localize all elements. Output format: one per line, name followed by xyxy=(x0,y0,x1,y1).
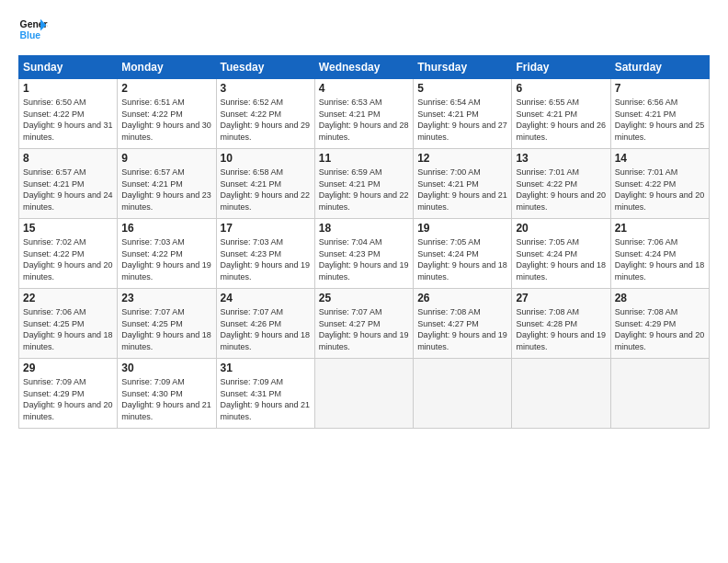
header-row: SundayMondayTuesdayWednesdayThursdayFrid… xyxy=(19,56,710,79)
day-info: Sunrise: 7:08 AMSunset: 4:29 PMDaylight:… xyxy=(615,307,705,351)
week-row-3: 15 Sunrise: 7:02 AMSunset: 4:22 PMDaylig… xyxy=(19,219,710,289)
day-cell-7: 7 Sunrise: 6:56 AMSunset: 4:21 PMDayligh… xyxy=(610,79,709,149)
day-info: Sunrise: 6:56 AMSunset: 4:21 PMDaylight:… xyxy=(615,98,705,142)
day-info: Sunrise: 7:04 AMSunset: 4:23 PMDaylight:… xyxy=(319,237,409,282)
day-cell-19: 19 Sunrise: 7:05 AMSunset: 4:24 PMDaylig… xyxy=(414,219,512,289)
col-header-monday: Monday xyxy=(118,56,216,79)
page: General Blue SundayMondayTuesdayWednesda… xyxy=(0,0,728,438)
day-number: 8 xyxy=(23,152,113,165)
day-info: Sunrise: 7:05 AMSunset: 4:24 PMDaylight:… xyxy=(516,237,606,282)
day-number: 17 xyxy=(221,222,311,235)
day-info: Sunrise: 6:51 AMSunset: 4:22 PMDaylight:… xyxy=(121,98,211,142)
col-header-tuesday: Tuesday xyxy=(216,56,314,79)
day-info: Sunrise: 7:09 AMSunset: 4:31 PMDaylight:… xyxy=(221,377,311,421)
day-cell-22: 22 Sunrise: 7:06 AMSunset: 4:25 PMDaylig… xyxy=(19,289,118,359)
day-number: 31 xyxy=(221,362,311,374)
day-number: 9 xyxy=(121,152,211,165)
day-info: Sunrise: 6:55 AMSunset: 4:21 PMDaylight:… xyxy=(516,98,606,142)
day-number: 4 xyxy=(319,82,409,95)
col-header-sunday: Sunday xyxy=(19,56,118,79)
day-number: 15 xyxy=(23,222,113,235)
day-cell-14: 14 Sunrise: 7:01 AMSunset: 4:22 PMDaylig… xyxy=(610,149,709,219)
day-number: 21 xyxy=(615,222,705,235)
day-info: Sunrise: 7:06 AMSunset: 4:25 PMDaylight:… xyxy=(23,307,113,351)
day-number: 10 xyxy=(221,152,311,165)
empty-cell xyxy=(512,359,610,429)
day-cell-4: 4 Sunrise: 6:53 AMSunset: 4:21 PMDayligh… xyxy=(314,79,413,149)
day-cell-18: 18 Sunrise: 7:04 AMSunset: 4:23 PMDaylig… xyxy=(314,219,413,289)
day-cell-2: 2 Sunrise: 6:51 AMSunset: 4:22 PMDayligh… xyxy=(118,79,216,149)
svg-text:Blue: Blue xyxy=(20,30,41,40)
day-number: 14 xyxy=(615,152,705,165)
day-number: 1 xyxy=(23,82,113,95)
day-number: 27 xyxy=(516,292,606,304)
day-cell-27: 27 Sunrise: 7:08 AMSunset: 4:28 PMDaylig… xyxy=(512,289,610,359)
col-header-friday: Friday xyxy=(512,56,610,79)
day-number: 2 xyxy=(121,82,211,95)
day-info: Sunrise: 6:59 AMSunset: 4:21 PMDaylight:… xyxy=(319,167,409,212)
day-cell-12: 12 Sunrise: 7:00 AMSunset: 4:21 PMDaylig… xyxy=(414,149,512,219)
day-info: Sunrise: 7:09 AMSunset: 4:29 PMDaylight:… xyxy=(23,377,113,421)
logo-icon: General Blue xyxy=(18,15,48,44)
day-info: Sunrise: 6:57 AMSunset: 4:21 PMDaylight:… xyxy=(23,167,113,212)
week-row-1: 1 Sunrise: 6:50 AMSunset: 4:22 PMDayligh… xyxy=(19,79,710,149)
day-number: 19 xyxy=(417,222,507,235)
day-info: Sunrise: 6:58 AMSunset: 4:21 PMDaylight:… xyxy=(221,167,311,212)
empty-cell xyxy=(414,359,512,429)
day-number: 7 xyxy=(615,82,705,95)
day-cell-29: 29 Sunrise: 7:09 AMSunset: 4:29 PMDaylig… xyxy=(19,359,118,429)
day-info: Sunrise: 7:01 AMSunset: 4:22 PMDaylight:… xyxy=(615,167,705,212)
day-cell-28: 28 Sunrise: 7:08 AMSunset: 4:29 PMDaylig… xyxy=(610,289,709,359)
day-cell-13: 13 Sunrise: 7:01 AMSunset: 4:22 PMDaylig… xyxy=(512,149,610,219)
day-number: 20 xyxy=(516,222,606,235)
day-number: 24 xyxy=(221,292,311,304)
col-header-wednesday: Wednesday xyxy=(314,56,413,79)
logo: General Blue xyxy=(18,15,48,44)
day-info: Sunrise: 7:03 AMSunset: 4:23 PMDaylight:… xyxy=(221,237,311,282)
day-info: Sunrise: 6:52 AMSunset: 4:22 PMDaylight:… xyxy=(221,98,311,142)
day-info: Sunrise: 7:09 AMSunset: 4:30 PMDaylight:… xyxy=(121,377,211,421)
day-info: Sunrise: 6:57 AMSunset: 4:21 PMDaylight:… xyxy=(121,167,211,212)
col-header-saturday: Saturday xyxy=(610,56,709,79)
day-number: 6 xyxy=(516,82,606,95)
day-cell-15: 15 Sunrise: 7:02 AMSunset: 4:22 PMDaylig… xyxy=(19,219,118,289)
day-info: Sunrise: 7:07 AMSunset: 4:25 PMDaylight:… xyxy=(121,307,211,351)
day-info: Sunrise: 7:02 AMSunset: 4:22 PMDaylight:… xyxy=(23,237,113,282)
day-number: 3 xyxy=(221,82,311,95)
day-number: 28 xyxy=(615,292,705,304)
day-cell-11: 11 Sunrise: 6:59 AMSunset: 4:21 PMDaylig… xyxy=(314,149,413,219)
day-number: 18 xyxy=(319,222,409,235)
week-row-4: 22 Sunrise: 7:06 AMSunset: 4:25 PMDaylig… xyxy=(19,289,710,359)
day-number: 30 xyxy=(121,362,211,374)
day-cell-8: 8 Sunrise: 6:57 AMSunset: 4:21 PMDayligh… xyxy=(19,149,118,219)
calendar-table: SundayMondayTuesdayWednesdayThursdayFrid… xyxy=(18,55,710,429)
day-cell-1: 1 Sunrise: 6:50 AMSunset: 4:22 PMDayligh… xyxy=(19,79,118,149)
col-header-thursday: Thursday xyxy=(414,56,512,79)
day-cell-26: 26 Sunrise: 7:08 AMSunset: 4:27 PMDaylig… xyxy=(414,289,512,359)
day-cell-24: 24 Sunrise: 7:07 AMSunset: 4:26 PMDaylig… xyxy=(216,289,314,359)
day-cell-9: 9 Sunrise: 6:57 AMSunset: 4:21 PMDayligh… xyxy=(118,149,216,219)
day-cell-5: 5 Sunrise: 6:54 AMSunset: 4:21 PMDayligh… xyxy=(414,79,512,149)
day-info: Sunrise: 7:08 AMSunset: 4:28 PMDaylight:… xyxy=(516,307,606,351)
day-cell-25: 25 Sunrise: 7:07 AMSunset: 4:27 PMDaylig… xyxy=(314,289,413,359)
day-cell-31: 31 Sunrise: 7:09 AMSunset: 4:31 PMDaylig… xyxy=(216,359,314,429)
day-cell-20: 20 Sunrise: 7:05 AMSunset: 4:24 PMDaylig… xyxy=(512,219,610,289)
empty-cell xyxy=(610,359,709,429)
day-number: 29 xyxy=(23,362,113,374)
day-cell-23: 23 Sunrise: 7:07 AMSunset: 4:25 PMDaylig… xyxy=(118,289,216,359)
day-cell-3: 3 Sunrise: 6:52 AMSunset: 4:22 PMDayligh… xyxy=(216,79,314,149)
day-info: Sunrise: 7:00 AMSunset: 4:21 PMDaylight:… xyxy=(417,167,507,212)
day-cell-30: 30 Sunrise: 7:09 AMSunset: 4:30 PMDaylig… xyxy=(118,359,216,429)
day-info: Sunrise: 7:07 AMSunset: 4:26 PMDaylight:… xyxy=(221,307,311,351)
day-number: 16 xyxy=(121,222,211,235)
day-cell-16: 16 Sunrise: 7:03 AMSunset: 4:22 PMDaylig… xyxy=(118,219,216,289)
day-cell-17: 17 Sunrise: 7:03 AMSunset: 4:23 PMDaylig… xyxy=(216,219,314,289)
day-cell-10: 10 Sunrise: 6:58 AMSunset: 4:21 PMDaylig… xyxy=(216,149,314,219)
day-number: 23 xyxy=(121,292,211,304)
day-cell-21: 21 Sunrise: 7:06 AMSunset: 4:24 PMDaylig… xyxy=(610,219,709,289)
day-number: 25 xyxy=(319,292,409,304)
day-cell-6: 6 Sunrise: 6:55 AMSunset: 4:21 PMDayligh… xyxy=(512,79,610,149)
empty-cell xyxy=(314,359,413,429)
week-row-2: 8 Sunrise: 6:57 AMSunset: 4:21 PMDayligh… xyxy=(19,149,710,219)
day-number: 22 xyxy=(23,292,113,304)
